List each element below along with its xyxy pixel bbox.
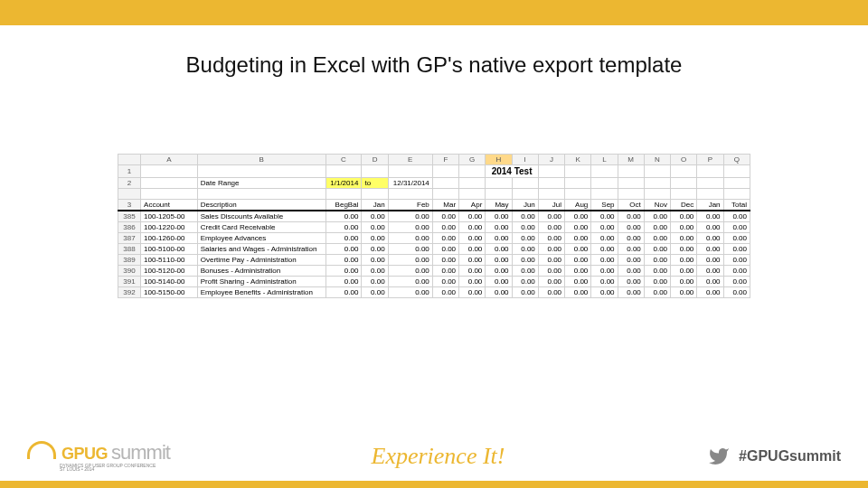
cell-value: 0.00 — [432, 222, 458, 233]
cell-description: Employee Advances — [197, 233, 326, 244]
cell-value: 0.00 — [644, 255, 670, 266]
cell-value: 0.00 — [512, 266, 538, 277]
cell-value: 0.00 — [671, 211, 697, 222]
cell-value: 0.00 — [723, 222, 750, 233]
cell-value: 0.00 — [644, 222, 670, 233]
cell-value: 0.00 — [565, 233, 591, 244]
cell-value: 0.00 — [388, 277, 432, 287]
hdr-mar: Mar — [432, 200, 458, 211]
cell-value: 0.00 — [644, 266, 670, 277]
hdr-apr: Apr — [459, 200, 486, 211]
col-Q: Q — [723, 155, 750, 165]
cell-value: 0.00 — [486, 266, 512, 277]
cell-value: 0.00 — [723, 211, 750, 222]
table-row: 386100-1220-00Credit Card Receivable0.00… — [118, 222, 750, 233]
cell-value: 0.00 — [362, 244, 388, 255]
col-B: B — [197, 155, 326, 165]
table-row: 389100-5110-00Overtime Pay - Administrat… — [118, 255, 750, 266]
cell-account: 100-1205-00 — [141, 211, 198, 222]
cell-value: 0.00 — [723, 287, 750, 298]
bottom-accent-bar — [0, 481, 868, 488]
row-2: 2 Date Range 1/1/2014 to 12/31/2014 — [118, 178, 750, 189]
cell-value: 0.00 — [591, 233, 618, 244]
hashtag-text: #GPUGsummit — [739, 448, 841, 465]
cell-value: 0.00 — [697, 277, 723, 287]
row-num: 385 — [118, 211, 141, 222]
col-K: K — [565, 155, 591, 165]
corner-cell — [118, 155, 141, 165]
cell-value: 0.00 — [723, 266, 750, 277]
cell-value: 0.00 — [459, 233, 486, 244]
cell-value: 0.00 — [618, 222, 644, 233]
cell-value: 0.00 — [326, 244, 362, 255]
cell-value: 0.00 — [512, 222, 538, 233]
cell-value: 0.00 — [671, 244, 697, 255]
cell-value: 0.00 — [459, 222, 486, 233]
hdr-account: Account — [141, 200, 198, 211]
cell-value: 0.00 — [326, 287, 362, 298]
cell-value: 0.00 — [362, 266, 388, 277]
spreadsheet-table: A B C D E F G H I J K L M N O P Q 1 2014… — [118, 154, 750, 298]
cell-value: 0.00 — [723, 277, 750, 287]
table-row: 388100-5100-00Salaries and Wages - Admin… — [118, 244, 750, 255]
cell-value: 0.00 — [486, 277, 512, 287]
cell-value: 0.00 — [512, 255, 538, 266]
slide-title: Budgeting in Excel with GP's native expo… — [0, 52, 868, 78]
cell-value: 0.00 — [591, 222, 618, 233]
cell-value: 0.00 — [486, 233, 512, 244]
cell-value: 0.00 — [326, 266, 362, 277]
date-range-label: Date Range — [197, 178, 326, 189]
cell-value: 0.00 — [538, 287, 564, 298]
cell-value: 0.00 — [362, 255, 388, 266]
grid-header-row: 3 Account Description BegBal Jan Feb Mar… — [118, 200, 750, 211]
row-num: 3 — [118, 200, 141, 211]
cell-value: 0.00 — [432, 287, 458, 298]
hdr-begbal: BegBal — [326, 200, 362, 211]
cell-value: 0.00 — [697, 233, 723, 244]
col-G: G — [459, 155, 486, 165]
cell-value: 0.00 — [644, 244, 670, 255]
arch-icon — [27, 441, 56, 459]
hdr-total: Total — [723, 200, 750, 211]
cell-value: 0.00 — [671, 255, 697, 266]
row-num: 389 — [118, 255, 141, 266]
cell-value: 0.00 — [388, 266, 432, 277]
cell-value: 0.00 — [697, 255, 723, 266]
cell-description: Salaries and Wages - Administration — [197, 244, 326, 255]
cell-description: Sales Discounts Available — [197, 211, 326, 222]
cell-account: 100-1220-00 — [141, 222, 198, 233]
cell-description: Profit Sharing - Administration — [197, 277, 326, 287]
cell-value: 0.00 — [538, 255, 564, 266]
col-P: P — [697, 155, 723, 165]
blank-row — [118, 189, 750, 200]
cell-value: 0.00 — [671, 222, 697, 233]
cell-value: 0.00 — [723, 244, 750, 255]
cell-value: 0.00 — [538, 277, 564, 287]
col-C: C — [326, 155, 362, 165]
hdr-nov: Nov — [644, 200, 670, 211]
hdr-jan: Jan — [362, 200, 388, 211]
cell-description: Bonuses - Administration — [197, 266, 326, 277]
cell-value: 0.00 — [512, 287, 538, 298]
cell-value: 0.00 — [723, 255, 750, 266]
cell-value: 0.00 — [388, 255, 432, 266]
cell-value: 0.00 — [644, 211, 670, 222]
logo-word: summit — [111, 441, 170, 465]
row-num: 386 — [118, 222, 141, 233]
cell-value: 0.00 — [565, 266, 591, 277]
cell-value: 0.00 — [697, 211, 723, 222]
cell-value: 0.00 — [326, 277, 362, 287]
cell-account: 100-5110-00 — [141, 255, 198, 266]
cell-value: 0.00 — [538, 211, 564, 222]
col-H-selected: H — [486, 155, 512, 165]
cell-value: 0.00 — [591, 266, 618, 277]
cell-value: 0.00 — [591, 277, 618, 287]
cell-value: 0.00 — [538, 244, 564, 255]
cell-value: 0.00 — [326, 255, 362, 266]
row-1: 1 2014 Test — [118, 165, 750, 178]
cell-value: 0.00 — [388, 287, 432, 298]
cell-value: 0.00 — [538, 266, 564, 277]
budget-title: 2014 Test — [486, 165, 539, 178]
cell-value: 0.00 — [486, 244, 512, 255]
cell-account: 100-5120-00 — [141, 266, 198, 277]
